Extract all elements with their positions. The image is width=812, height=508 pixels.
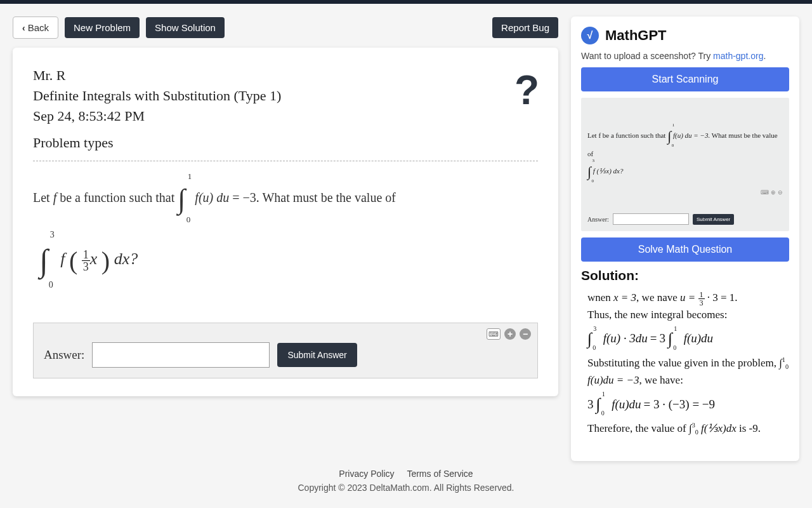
upper-bound: 3 [593,157,595,165]
ub: 1 [674,324,677,333]
lower-bound: 0 [187,212,191,228]
mathgpt-panel: √ MathGPT Want to upload a sceenshot? Tr… [571,17,799,461]
preview-answer-input [613,213,689,225]
numerator: 1 [698,291,705,299]
text: f(u) · 3du [603,330,648,348]
paren: ( [69,246,77,275]
upper-bound: 3 [50,227,55,244]
solution-heading: Solution: [581,268,789,283]
text: f(u)du [612,396,641,414]
value: −3 [243,190,256,204]
text: x = 3 [613,291,636,304]
text: f (⅓x) dx? [593,167,624,175]
text: Thus, the new integral becomes: [587,309,727,321]
back-button[interactable]: ‹ Back [13,17,58,39]
ub: 1 [782,356,785,363]
text: wnen [587,291,613,304]
int: ∫ [596,395,601,413]
text: f(u) du = −3. [673,131,710,139]
integrand: f(u) du [195,190,229,204]
text: Let [33,190,53,204]
problem-types-link[interactable]: Problem types [33,133,538,153]
lower-bound: 0 [592,178,594,185]
numerator: 1 [82,249,90,261]
ub: 3 [692,422,695,429]
start-scanning-button[interactable]: Start Scanning [581,67,789,91]
lb: 0 [601,408,605,418]
integral-sign: ∫ [39,243,48,278]
back-label: Back [28,22,49,33]
timestamp: Sep 24, 8:53:42 PM [33,106,538,126]
problem-panel: ‹ Back New Problem Show Solution Report … [13,17,558,461]
submit-answer-button[interactable]: Submit Answer [277,343,357,367]
problem-integral-2: ∫ 3 0 f ( 1 3 x ) dx? [39,231,538,291]
report-bug-button[interactable]: Report Bug [492,17,558,38]
solution-equation-2: 3 ∫ 1 0 f(u)du = 3 · (−3) = −9 [587,392,789,417]
solve-question-button[interactable]: Solve Math Question [581,237,789,262]
text: is -9. [737,422,761,434]
help-icon[interactable]: ? [514,67,539,114]
paren: ) [102,246,110,275]
ub: 1 [602,389,605,399]
lb: 0 [593,343,596,352]
int: ∫ [668,330,672,348]
zoom-out-icon: ⊖ [778,189,783,196]
terms-link[interactable]: Terms of Service [407,469,473,479]
new-problem-button[interactable]: New Problem [65,17,140,38]
zoom-out-icon[interactable]: − [520,328,531,340]
text: . [763,51,766,61]
zoom-in-icon[interactable]: + [504,328,516,340]
text: Substituting the value given in the prob… [587,357,779,369]
text: f(⅓x)dx [698,422,737,434]
text: 3 [660,330,666,348]
privacy-policy-link[interactable]: Privacy Policy [339,469,394,479]
copyright: Copyright © 2023 DeltaMath.com. All Righ… [0,483,812,493]
keyboard-icon[interactable]: ⌨ [487,328,501,340]
text: = [229,190,242,204]
lb: 0 [673,343,676,352]
text: f(u)du [684,330,713,348]
preview-problem-text: Let f be a function such that ∫ 1 0 f(u)… [587,124,783,184]
lb: 0 [785,363,789,370]
text: = 3 · (−3) = −9 [644,396,716,414]
upper-bound: 1 [188,169,192,185]
text: be a function such that [56,190,178,204]
brand: √ MathGPT [581,27,789,44]
text: u = [680,291,698,304]
integral-sign: ∫ [587,164,591,180]
upload-link[interactable]: math-gpt.org [713,51,763,61]
int: ∫ [587,330,592,348]
screenshot-preview: Let f be a function such that ∫ 1 0 f(u)… [581,98,789,231]
preview-submit-button: Submit Answer [693,214,734,225]
preview-answer-label: Answer: [587,216,609,223]
upload-hint: Want to upload a sceenshot? Try math-gpt… [581,51,789,61]
text: , we nave [636,291,680,304]
solution-body: wnen x = 3, we nave u = 13 · 3 = 1. Thus… [581,290,789,438]
show-solution-button[interactable]: Show Solution [146,17,225,38]
text: . What must be the value of [256,190,396,204]
denominator: 3 [83,261,89,272]
text: Want to upload a sceenshot? Try [581,51,713,61]
answer-input[interactable] [92,342,270,368]
answer-area: ⌨ + − Answer: Submit Answer [33,323,538,378]
toolbar: ‹ Back New Problem Show Solution Report … [13,17,558,39]
integral-sign: ∫ [178,184,185,215]
teacher-name: Mr. R [33,65,538,86]
text: f(u)du = −3 [587,374,639,386]
denominator: 3 [700,299,704,307]
text: 3 [587,396,594,414]
problem-card: ? Mr. R Definite Integrals with Substitu… [13,48,558,396]
lower-bound: 0 [49,277,53,294]
brand-logo-icon: √ [581,27,599,44]
text: Let f be a function such that [587,131,667,139]
keyboard-icon: ⌨ [761,189,769,196]
text: · 3 = 1. [707,291,738,304]
text: f [60,250,69,269]
zoom-in-icon: ⊕ [771,189,776,196]
ub: 3 [593,324,596,333]
problem-statement: Let f be a function such that ∫ 1 0 f(u)… [33,173,538,291]
text: Therefore, the value of [587,422,689,434]
upper-bound: 1 [672,122,675,130]
answer-controls: ⌨ + − [487,328,531,340]
text: , we have: [639,374,683,386]
